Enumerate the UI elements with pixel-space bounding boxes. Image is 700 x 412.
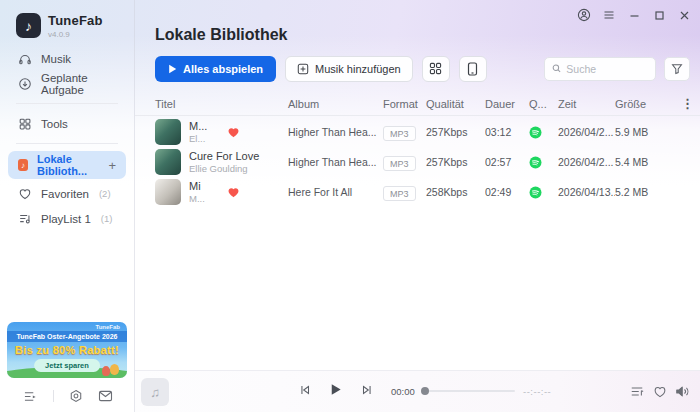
- play-icon: [168, 64, 177, 74]
- playlist-icon: [18, 212, 32, 226]
- now-playing-placeholder[interactable]: ♫: [141, 378, 169, 406]
- library-icon: ♪: [18, 159, 28, 171]
- table-row[interactable]: M... El... Higher Than Hea... MP3 257Kbp…: [135, 117, 700, 147]
- spotify-source-icon: [529, 126, 558, 139]
- song-list: M... El... Higher Than Hea... MP3 257Kbp…: [135, 117, 700, 207]
- sidebar-item-playlist-1[interactable]: PlayList 1 (1): [0, 206, 134, 231]
- size-cell: 5.9 MB: [615, 126, 681, 138]
- column-format: Format: [383, 98, 426, 110]
- progress-bar[interactable]: [422, 390, 515, 392]
- column-quelle: Q...: [529, 98, 558, 110]
- grid-view-icon: [429, 62, 442, 75]
- conversion-queue-icon[interactable]: [23, 390, 38, 403]
- table-row[interactable]: Mi M... Here For It All MP3 258Kbps 02:4…: [135, 177, 700, 207]
- album-cell: Here For It All: [288, 186, 383, 198]
- logo-note-icon: ♪: [16, 13, 41, 38]
- volume-icon[interactable]: [675, 385, 690, 398]
- total-time: --:--:--: [523, 386, 551, 397]
- phone-icon: [467, 62, 478, 76]
- app-window: ♪ TuneFab v4.0.9 Musik Geplante Aufgabe …: [0, 0, 700, 412]
- divider: [16, 103, 118, 104]
- column-titel: Titel: [155, 98, 288, 110]
- column-qualitaet: Qualität: [426, 98, 485, 110]
- divider: [53, 390, 54, 402]
- size-cell: 5.2 MB: [615, 186, 681, 198]
- promo-banner[interactable]: TuneFab TuneFab Oster-Angebote 2026 Bis …: [7, 322, 127, 378]
- app-name: TuneFab: [48, 13, 103, 28]
- grid-view-button[interactable]: [422, 56, 450, 82]
- favorite-heart-icon[interactable]: [227, 186, 240, 198]
- sidebar-item-label: PlayList 1: [41, 213, 91, 225]
- progress-knob[interactable]: [421, 387, 429, 395]
- menu-icon[interactable]: [601, 7, 617, 23]
- play-queue-icon[interactable]: [630, 385, 644, 398]
- sidebar-item-favoriten[interactable]: Favoriten (2): [0, 181, 134, 206]
- tools-grid-icon: [18, 117, 32, 131]
- sidebar-item-musik[interactable]: Musik: [0, 46, 134, 71]
- settings-gear-icon[interactable]: [69, 389, 83, 403]
- play-all-button[interactable]: Alles abspielen: [155, 56, 276, 82]
- column-options-icon[interactable]: ⋮: [681, 99, 698, 109]
- format-badge: MP3: [383, 186, 416, 201]
- column-album: Album: [288, 98, 383, 110]
- table-row[interactable]: Cure For Love Ellie Goulding Higher Than…: [135, 147, 700, 177]
- sidebar-item-label: Musik: [41, 53, 71, 65]
- add-playlist-button[interactable]: +: [108, 158, 116, 173]
- toolbar: Alles abspielen Musik hinzufügen: [155, 55, 690, 82]
- feedback-mail-icon[interactable]: [98, 390, 113, 402]
- date-cell: 2026/04/13...: [558, 186, 615, 198]
- promo-headline: TuneFab Oster-Angebote 2026: [7, 331, 127, 342]
- sidebar-item-label: Favoriten: [41, 188, 89, 200]
- minimize-icon[interactable]: [626, 7, 642, 23]
- favorite-icon[interactable]: [653, 385, 667, 398]
- music-note-icon: ♫: [150, 385, 160, 400]
- filter-button[interactable]: [664, 57, 690, 81]
- format-badge: MP3: [383, 126, 416, 141]
- titlebar-controls: [576, 7, 692, 23]
- close-icon[interactable]: [676, 7, 692, 23]
- promo-offer: Bis zu 80% Rabatt!: [7, 344, 127, 356]
- spotify-source-icon: [529, 186, 558, 199]
- sidebar: ♪ TuneFab v4.0.9 Musik Geplante Aufgabe …: [0, 0, 135, 412]
- favorite-heart-icon[interactable]: [227, 126, 240, 138]
- title-cell: Mi M...: [155, 177, 288, 207]
- easter-egg-art: [110, 364, 119, 375]
- song-artist: El...: [189, 133, 207, 144]
- song-artist: M...: [189, 193, 205, 204]
- sidebar-item-geplante-aufgabe[interactable]: Geplante Aufgabe: [0, 71, 134, 96]
- add-music-button[interactable]: Musik hinzufügen: [285, 56, 413, 82]
- album-cell: Higher Than Hea...: [288, 156, 383, 168]
- search-icon: [552, 63, 561, 74]
- song-title: M...: [189, 120, 207, 133]
- column-dauer: Dauer: [485, 98, 529, 110]
- duration-cell: 02:57: [485, 156, 529, 168]
- sidebar-item-label: Geplante Aufgabe: [41, 72, 124, 96]
- previous-track-button[interactable]: [298, 383, 312, 397]
- song-title: Mi: [189, 180, 205, 193]
- sidebar-item-lokale-bibliothek[interactable]: ♪ Lokale Biblioth... +: [8, 151, 126, 179]
- playlist-count: (1): [101, 213, 113, 224]
- maximize-icon[interactable]: [651, 7, 667, 23]
- column-zeit: Zeit: [558, 98, 615, 110]
- main-content: Lokale Bibliothek Alles abspielen Musik …: [135, 0, 700, 370]
- play-button[interactable]: [328, 382, 343, 397]
- account-icon[interactable]: [576, 7, 592, 23]
- quality-cell: 258Kbps: [426, 186, 485, 198]
- app-logo: ♪ TuneFab v4.0.9: [16, 13, 103, 39]
- format-badge: MP3: [383, 156, 416, 171]
- column-groesse: Größe: [615, 98, 681, 110]
- favoriten-count: (2): [99, 188, 111, 199]
- divider: [16, 143, 118, 144]
- heart-outline-icon: [18, 187, 32, 201]
- date-cell: 2026/04/2...: [558, 126, 615, 138]
- promo-brand: TuneFab: [95, 324, 120, 330]
- device-transfer-button[interactable]: [459, 56, 487, 82]
- search-box[interactable]: [544, 57, 656, 81]
- promo-cta-button[interactable]: Jetzt sparen: [34, 359, 100, 372]
- spotify-source-icon: [529, 156, 558, 169]
- next-track-button[interactable]: [360, 383, 374, 397]
- player-bar: ♫ 00:00 --:--:--: [135, 370, 700, 412]
- search-input[interactable]: [566, 63, 648, 75]
- sidebar-item-tools[interactable]: Tools: [0, 111, 134, 136]
- quality-cell: 257Kbps: [426, 126, 485, 138]
